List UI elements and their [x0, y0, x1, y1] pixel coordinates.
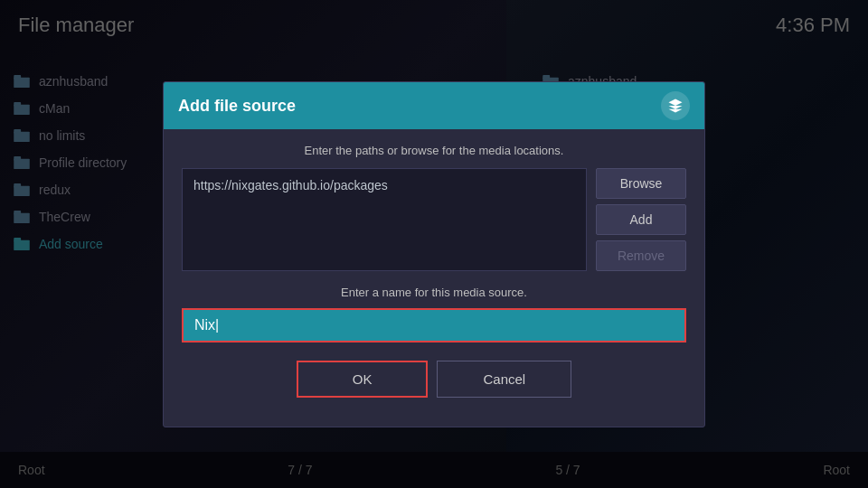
dialog-footer-buttons: OK Cancel: [182, 357, 686, 412]
dialog-body: Enter the paths or browse for the media …: [164, 129, 704, 427]
add-button[interactable]: Add: [596, 204, 686, 235]
dialog-title: Add file source: [178, 97, 296, 116]
url-section: https://nixgates.github.io/packages Brow…: [182, 168, 686, 271]
source-name-input[interactable]: [182, 308, 686, 343]
ok-button[interactable]: OK: [297, 361, 429, 398]
path-instruction: Enter the paths or browse for the media …: [182, 144, 686, 157]
cancel-button[interactable]: Cancel: [437, 361, 571, 398]
remove-button[interactable]: Remove: [596, 240, 686, 271]
name-input-container: [182, 308, 686, 343]
url-display[interactable]: https://nixgates.github.io/packages: [182, 168, 587, 271]
kodi-icon: [661, 91, 690, 120]
name-instruction: Enter a name for this media source.: [182, 286, 686, 299]
browse-button[interactable]: Browse: [596, 168, 686, 199]
add-file-source-dialog: Add file source Enter the paths or brows…: [163, 81, 705, 427]
dialog-header: Add file source: [164, 82, 704, 129]
url-action-buttons: Browse Add Remove: [596, 168, 686, 271]
